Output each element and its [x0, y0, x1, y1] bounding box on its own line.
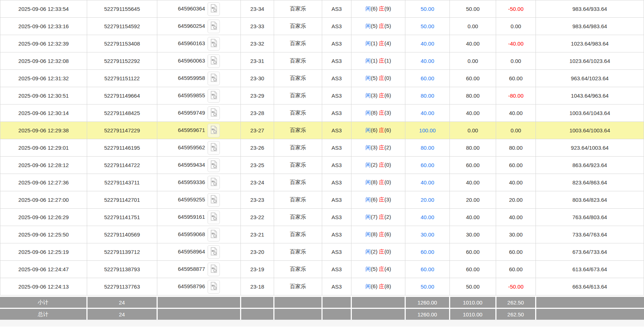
bet-amount[interactable]: 40.00 [405, 174, 450, 191]
table-name: AS3 [322, 87, 351, 105]
bet-amount[interactable]: 60.00 [405, 70, 450, 87]
win-loss: 60.00 [496, 157, 536, 174]
table-name: AS3 [322, 243, 351, 261]
balance: 1003.64/1003.64 [536, 122, 644, 139]
video-replay-button[interactable] [208, 37, 220, 51]
game-type: 百家乐 [274, 261, 322, 278]
game-number: 645960364 [178, 5, 205, 11]
bet-amount[interactable]: 40.00 [405, 209, 450, 226]
video-replay-button[interactable] [208, 124, 220, 137]
table-row[interactable]: 2025-09-06 12:26:29522791141751645959161… [0, 209, 644, 226]
video-replay-button[interactable] [208, 176, 220, 189]
win-loss: -40.00 [496, 35, 536, 52]
bet-amount[interactable]: 50.00 [405, 278, 450, 295]
bet-time: 2025-09-06 12:32:08 [0, 52, 87, 70]
bet-amount[interactable]: 40.00 [405, 105, 450, 122]
table-row[interactable]: 2025-09-06 12:32:08522791152292645960063… [0, 52, 644, 70]
game-result: 闲(1) 庄(4) [351, 35, 405, 52]
bet-amount[interactable]: 40.00 [405, 35, 450, 52]
round-number: 23-18 [241, 278, 274, 295]
game-number-cell: 645959068 [157, 226, 241, 243]
game-number-cell: 645958964 [157, 243, 241, 261]
banker-label: 庄 [379, 92, 384, 98]
video-record-icon [210, 247, 218, 256]
player-label: 闲 [366, 162, 371, 168]
table-row[interactable]: 2025-09-06 12:27:00522791142701645959255… [0, 191, 644, 209]
bet-amount[interactable]: 100.00 [405, 122, 450, 139]
game-number: 645959161 [178, 213, 205, 220]
table-row[interactable]: 2025-09-06 12:32:39522791153408645960163… [0, 35, 644, 52]
video-record-icon [210, 108, 218, 117]
banker-label: 庄 [379, 57, 384, 64]
table-row[interactable]: 2025-09-06 12:29:01522791146195645959562… [0, 139, 644, 157]
table-row[interactable]: 2025-09-06 12:33:16522791154592645960254… [0, 18, 644, 35]
video-replay-button[interactable] [208, 158, 220, 172]
video-replay-button[interactable] [208, 141, 220, 155]
balance: 923.64/1003.64 [536, 139, 644, 157]
bet-amount[interactable]: 80.00 [405, 139, 450, 157]
table-row[interactable]: 2025-09-06 12:24:13522791137763645958796… [0, 278, 644, 295]
video-replay-button[interactable] [208, 193, 220, 207]
table-row[interactable]: 2025-09-06 12:31:32522791151122645959958… [0, 70, 644, 87]
game-number: 645959749 [178, 109, 205, 115]
player-label: 闲 [366, 40, 371, 46]
bet-amount[interactable]: 50.00 [405, 0, 450, 18]
video-replay-button[interactable] [208, 280, 220, 294]
video-replay-button[interactable] [208, 20, 220, 33]
table-name: AS3 [322, 105, 351, 122]
bet-amount[interactable]: 60.00 [405, 243, 450, 261]
video-replay-button[interactable] [208, 228, 220, 242]
video-replay-button[interactable] [208, 263, 220, 276]
summary-bet-total: 1260.00 [405, 297, 449, 308]
table-name: AS3 [322, 191, 351, 209]
table-row[interactable]: 2025-09-06 12:30:51522791149664645959855… [0, 87, 644, 105]
video-replay-button[interactable] [208, 210, 220, 224]
banker-label: 庄 [379, 23, 384, 29]
table-row[interactable]: 2025-09-06 12:27:36522791143711645959336… [0, 174, 644, 191]
table-row[interactable]: 2025-09-06 12:30:14522791148425645959749… [0, 105, 644, 122]
bet-time: 2025-09-06 12:24:47 [0, 261, 87, 278]
game-number: 645958964 [178, 248, 205, 254]
win-loss: 60.00 [496, 70, 536, 87]
video-replay-button[interactable] [208, 2, 220, 16]
bet-amount[interactable]: 40.00 [405, 52, 450, 70]
video-replay-button[interactable] [208, 106, 220, 120]
bet-amount[interactable]: 60.00 [405, 261, 450, 278]
game-type: 百家乐 [274, 18, 322, 35]
valid-amount: 20.00 [450, 191, 496, 209]
table-row[interactable]: 2025-09-06 12:28:12522791144722645959434… [0, 157, 644, 174]
table-row[interactable]: 2025-09-06 12:25:19522791139712645958964… [0, 243, 644, 261]
bet-amount[interactable]: 80.00 [405, 87, 450, 105]
table-row[interactable]: 2025-09-06 12:25:50522791140569645959068… [0, 226, 644, 243]
game-result: 闲(3) 庄(2) [351, 139, 405, 157]
valid-amount: 40.00 [450, 105, 496, 122]
horizontal-scrollbar-track[interactable] [0, 320, 644, 327]
summary-count: 24 [87, 297, 157, 308]
bet-amount[interactable]: 60.00 [405, 157, 450, 174]
video-record-icon [210, 282, 218, 290]
table-row[interactable]: 2025-09-06 12:24:47522791138793645958877… [0, 261, 644, 278]
balance: 983.64/933.64 [536, 0, 644, 18]
summary-label: 总计 [0, 308, 87, 320]
bet-time: 2025-09-06 12:25:19 [0, 243, 87, 261]
video-replay-button[interactable] [208, 89, 220, 103]
bet-amount[interactable]: 50.00 [405, 18, 450, 35]
bet-amount[interactable]: 20.00 [405, 191, 450, 209]
game-type: 百家乐 [274, 209, 322, 226]
game-number: 645960254 [178, 22, 205, 29]
video-replay-button[interactable] [208, 245, 220, 259]
table-row[interactable]: 2025-09-06 12:33:54522791155645645960364… [0, 0, 644, 18]
bet-time: 2025-09-06 12:26:29 [0, 209, 87, 226]
summary-valid-total: 1010.00 [449, 308, 496, 320]
video-replay-button[interactable] [208, 72, 220, 85]
game-number: 645959255 [178, 196, 205, 202]
video-record-icon [210, 160, 218, 169]
win-loss: 20.00 [496, 191, 536, 209]
bet-amount[interactable]: 30.00 [405, 226, 450, 243]
table-row[interactable]: 2025-09-06 12:29:38522791147229645959671… [0, 122, 644, 139]
bet-time: 2025-09-06 12:29:01 [0, 139, 87, 157]
player-label: 闲 [366, 179, 371, 185]
bet-time: 2025-09-06 12:24:13 [0, 278, 87, 295]
round-number: 23-34 [241, 0, 274, 18]
video-replay-button[interactable] [208, 54, 220, 68]
